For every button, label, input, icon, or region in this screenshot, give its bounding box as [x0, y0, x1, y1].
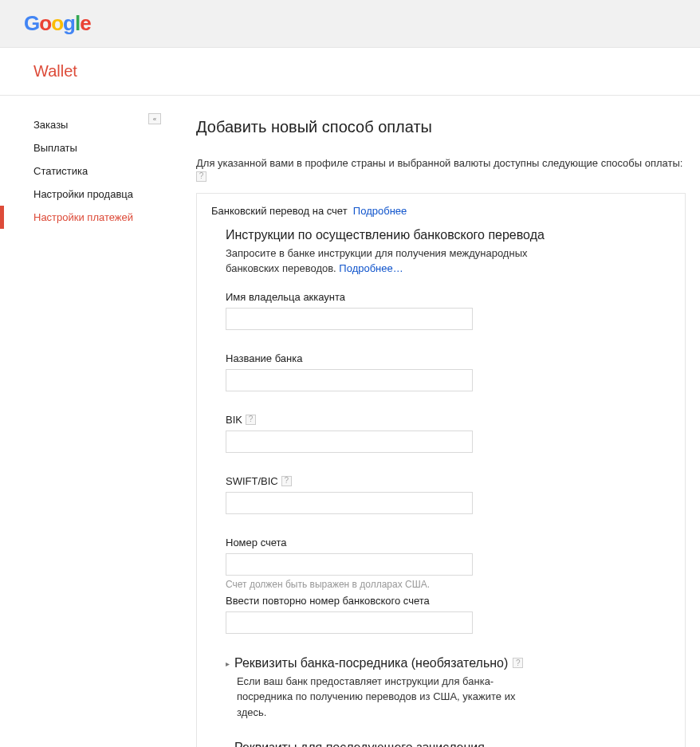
help-icon[interactable]: ?	[513, 658, 523, 668]
further-credit-toggle[interactable]: ▸ Реквизиты для последующего зачисления	[226, 741, 671, 747]
sidebar: « Заказы Выплаты Статистика Настройки пр…	[0, 96, 167, 747]
field-account-owner: Имя владельца аккаунта	[226, 291, 671, 330]
input-account-owner[interactable]	[226, 308, 473, 330]
label-bik: BIK	[226, 414, 242, 426]
hint-account-currency: Счет должен быть выражен в долларах США.	[226, 579, 671, 590]
input-account-number-confirm[interactable]	[226, 611, 473, 634]
field-account-number-confirm: Ввести повторно номер банковского счета	[226, 595, 671, 634]
sidebar-item-stats[interactable]: Статистика	[0, 159, 167, 183]
further-credit-expander: ▸ Реквизиты для последующего зачисления	[226, 741, 671, 747]
help-icon[interactable]: ?	[246, 415, 256, 425]
intermediate-bank-description: Если ваш банк предоставляет инструкции д…	[237, 674, 548, 721]
intro-text: Для указанной вами в профиле страны и вы…	[196, 157, 682, 169]
sidebar-item-payment-settings[interactable]: Настройки платежей	[0, 206, 167, 229]
learn-more-link[interactable]: Подробнее	[353, 205, 407, 217]
input-swift[interactable]	[226, 492, 473, 514]
label-account-number-confirm: Ввести повторно номер банковского счета	[226, 595, 671, 607]
chevron-right-icon: ▸	[226, 744, 230, 747]
field-swift: SWIFT/BIC ?	[226, 475, 671, 514]
field-account-number: Номер счета Счет должен быть выражен в д…	[226, 537, 671, 590]
sidebar-item-seller-settings[interactable]: Настройки продавца	[0, 183, 167, 206]
further-credit-title: Реквизиты для последующего зачисления	[234, 741, 485, 747]
wallet-title: Wallet	[33, 62, 77, 80]
section-description: Запросите в банке инструкции для получен…	[226, 246, 560, 277]
sidebar-item-orders[interactable]: Заказы	[0, 113, 167, 136]
wire-instructions-section: Инструкции по осуществлению банковского …	[211, 228, 671, 748]
field-bank-name: Название банка	[226, 352, 671, 391]
label-account-owner: Имя владельца аккаунта	[226, 291, 671, 303]
input-account-number[interactable]	[226, 553, 473, 576]
intro-text-row: Для указанной вами в профиле страны и вы…	[196, 157, 686, 182]
input-bank-name[interactable]	[226, 369, 473, 391]
content-area: Добавить новый способ оплаты Для указанн…	[167, 96, 700, 747]
intermediate-bank-title: Реквизиты банка-посредника (необязательн…	[234, 656, 508, 670]
sidebar-collapse-button[interactable]: «	[148, 113, 161, 124]
intermediate-bank-expander: ▸ Реквизиты банка-посредника (необязател…	[226, 656, 671, 721]
payment-method-panel: Банковский перевод на счет Подробнее Инс…	[196, 193, 686, 748]
google-logo: Google	[24, 11, 91, 36]
chevron-left-icon: «	[153, 116, 156, 123]
top-bar: Google	[0, 0, 700, 48]
label-bank-name: Название банка	[226, 352, 671, 364]
label-account-number: Номер счета	[226, 537, 671, 548]
panel-heading: Банковский перевод на счет Подробнее	[211, 205, 671, 217]
intermediate-bank-toggle[interactable]: ▸ Реквизиты банка-посредника (необязател…	[226, 656, 671, 670]
page-title: Добавить новый способ оплаты	[196, 118, 686, 136]
input-bik[interactable]	[226, 431, 473, 453]
help-icon[interactable]: ?	[196, 171, 206, 182]
field-bik: BIK ?	[226, 414, 671, 453]
sidebar-item-payouts[interactable]: Выплаты	[0, 136, 167, 159]
section-title: Инструкции по осуществлению банковского …	[226, 228, 671, 242]
help-icon[interactable]: ?	[281, 476, 292, 486]
chevron-right-icon: ▸	[226, 659, 230, 668]
section-learn-more-link[interactable]: Подробнее…	[339, 262, 403, 274]
payment-type-label: Банковский перевод на счет	[211, 205, 348, 217]
label-swift: SWIFT/BIC	[226, 475, 278, 487]
sub-header: Wallet	[0, 48, 700, 96]
